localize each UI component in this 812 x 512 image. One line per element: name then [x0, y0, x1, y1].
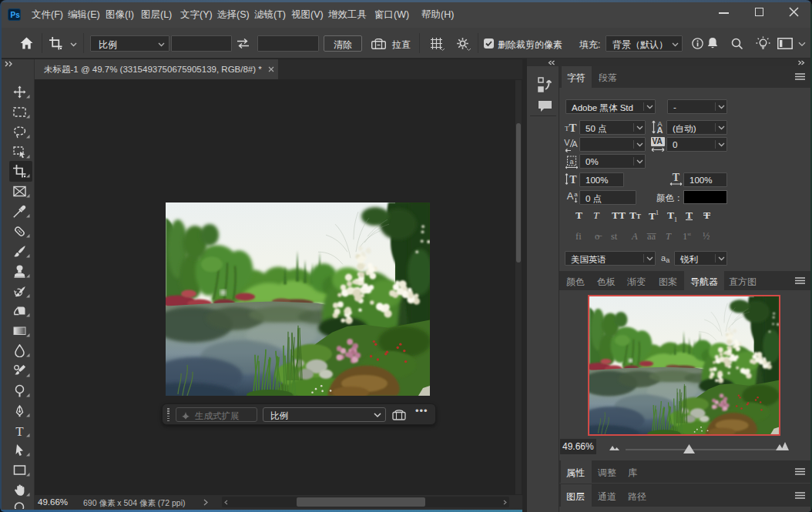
svg-text:T: T: [673, 172, 680, 183]
svg-text:T: T: [569, 174, 577, 186]
svg-text:A: A: [567, 190, 574, 202]
svg-text:a: a: [574, 191, 578, 198]
svg-text:V: V: [564, 138, 570, 147]
svg-text:a: a: [569, 158, 573, 166]
svg-text:A: A: [657, 125, 663, 135]
svg-text:T: T: [15, 424, 24, 437]
